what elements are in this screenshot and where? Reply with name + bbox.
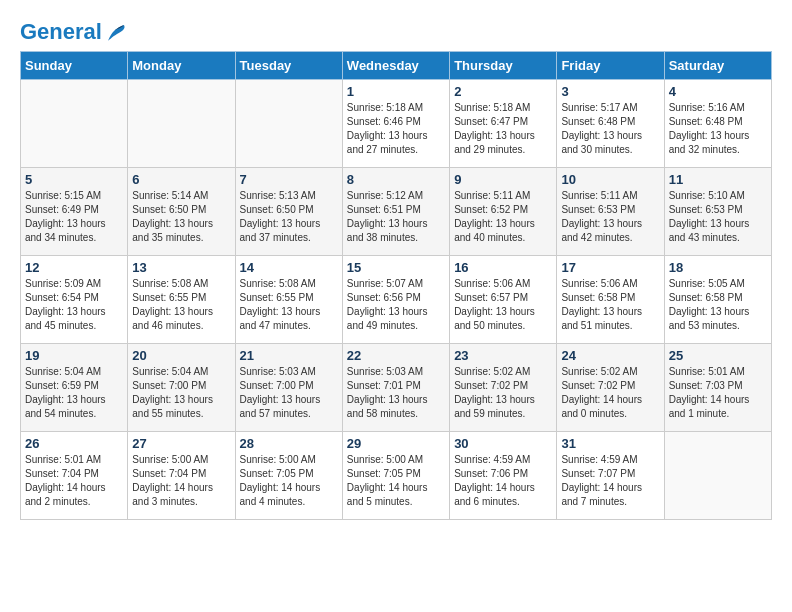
- calendar-cell: 22Sunrise: 5:03 AM Sunset: 7:01 PM Dayli…: [342, 344, 449, 432]
- calendar-cell: 16Sunrise: 5:06 AM Sunset: 6:57 PM Dayli…: [450, 256, 557, 344]
- day-number: 16: [454, 260, 552, 275]
- day-number: 17: [561, 260, 659, 275]
- day-info: Sunrise: 5:01 AM Sunset: 7:03 PM Dayligh…: [669, 365, 767, 421]
- day-number: 21: [240, 348, 338, 363]
- calendar-cell: 27Sunrise: 5:00 AM Sunset: 7:04 PM Dayli…: [128, 432, 235, 520]
- calendar-cell: 15Sunrise: 5:07 AM Sunset: 6:56 PM Dayli…: [342, 256, 449, 344]
- day-number: 30: [454, 436, 552, 451]
- day-number: 23: [454, 348, 552, 363]
- calendar-cell: [235, 80, 342, 168]
- weekday-header: Friday: [557, 52, 664, 80]
- day-info: Sunrise: 5:05 AM Sunset: 6:58 PM Dayligh…: [669, 277, 767, 333]
- day-info: Sunrise: 5:11 AM Sunset: 6:52 PM Dayligh…: [454, 189, 552, 245]
- calendar-cell: 31Sunrise: 4:59 AM Sunset: 7:07 PM Dayli…: [557, 432, 664, 520]
- calendar-cell: 30Sunrise: 4:59 AM Sunset: 7:06 PM Dayli…: [450, 432, 557, 520]
- day-number: 24: [561, 348, 659, 363]
- calendar-cell: [128, 80, 235, 168]
- logo-text: General: [20, 20, 128, 45]
- calendar-cell: 23Sunrise: 5:02 AM Sunset: 7:02 PM Dayli…: [450, 344, 557, 432]
- calendar-cell: 18Sunrise: 5:05 AM Sunset: 6:58 PM Dayli…: [664, 256, 771, 344]
- day-info: Sunrise: 5:16 AM Sunset: 6:48 PM Dayligh…: [669, 101, 767, 157]
- day-info: Sunrise: 5:06 AM Sunset: 6:58 PM Dayligh…: [561, 277, 659, 333]
- day-info: Sunrise: 5:09 AM Sunset: 6:54 PM Dayligh…: [25, 277, 123, 333]
- calendar-cell: 14Sunrise: 5:08 AM Sunset: 6:55 PM Dayli…: [235, 256, 342, 344]
- calendar-cell: 20Sunrise: 5:04 AM Sunset: 7:00 PM Dayli…: [128, 344, 235, 432]
- day-number: 11: [669, 172, 767, 187]
- day-number: 28: [240, 436, 338, 451]
- calendar-cell: 7Sunrise: 5:13 AM Sunset: 6:50 PM Daylig…: [235, 168, 342, 256]
- weekday-header: Monday: [128, 52, 235, 80]
- weekday-header: Sunday: [21, 52, 128, 80]
- day-info: Sunrise: 5:14 AM Sunset: 6:50 PM Dayligh…: [132, 189, 230, 245]
- day-number: 4: [669, 84, 767, 99]
- day-number: 2: [454, 84, 552, 99]
- day-number: 7: [240, 172, 338, 187]
- day-number: 5: [25, 172, 123, 187]
- calendar-cell: 1Sunrise: 5:18 AM Sunset: 6:46 PM Daylig…: [342, 80, 449, 168]
- day-info: Sunrise: 5:17 AM Sunset: 6:48 PM Dayligh…: [561, 101, 659, 157]
- calendar-cell: [664, 432, 771, 520]
- day-number: 13: [132, 260, 230, 275]
- calendar-cell: [21, 80, 128, 168]
- day-info: Sunrise: 5:03 AM Sunset: 7:01 PM Dayligh…: [347, 365, 445, 421]
- day-info: Sunrise: 5:10 AM Sunset: 6:53 PM Dayligh…: [669, 189, 767, 245]
- weekday-header: Thursday: [450, 52, 557, 80]
- day-info: Sunrise: 5:11 AM Sunset: 6:53 PM Dayligh…: [561, 189, 659, 245]
- day-number: 22: [347, 348, 445, 363]
- logo: General: [20, 20, 128, 41]
- day-info: Sunrise: 5:06 AM Sunset: 6:57 PM Dayligh…: [454, 277, 552, 333]
- calendar-cell: 9Sunrise: 5:11 AM Sunset: 6:52 PM Daylig…: [450, 168, 557, 256]
- calendar-cell: 25Sunrise: 5:01 AM Sunset: 7:03 PM Dayli…: [664, 344, 771, 432]
- day-info: Sunrise: 4:59 AM Sunset: 7:07 PM Dayligh…: [561, 453, 659, 509]
- calendar-cell: 28Sunrise: 5:00 AM Sunset: 7:05 PM Dayli…: [235, 432, 342, 520]
- calendar-cell: 26Sunrise: 5:01 AM Sunset: 7:04 PM Dayli…: [21, 432, 128, 520]
- day-info: Sunrise: 5:12 AM Sunset: 6:51 PM Dayligh…: [347, 189, 445, 245]
- logo-bird-icon: [104, 21, 128, 45]
- day-info: Sunrise: 5:08 AM Sunset: 6:55 PM Dayligh…: [240, 277, 338, 333]
- day-info: Sunrise: 5:07 AM Sunset: 6:56 PM Dayligh…: [347, 277, 445, 333]
- day-info: Sunrise: 5:02 AM Sunset: 7:02 PM Dayligh…: [561, 365, 659, 421]
- calendar-cell: 29Sunrise: 5:00 AM Sunset: 7:05 PM Dayli…: [342, 432, 449, 520]
- day-number: 15: [347, 260, 445, 275]
- calendar-cell: 4Sunrise: 5:16 AM Sunset: 6:48 PM Daylig…: [664, 80, 771, 168]
- calendar-cell: 21Sunrise: 5:03 AM Sunset: 7:00 PM Dayli…: [235, 344, 342, 432]
- day-number: 9: [454, 172, 552, 187]
- day-info: Sunrise: 5:04 AM Sunset: 6:59 PM Dayligh…: [25, 365, 123, 421]
- calendar-cell: 3Sunrise: 5:17 AM Sunset: 6:48 PM Daylig…: [557, 80, 664, 168]
- weekday-header: Tuesday: [235, 52, 342, 80]
- calendar-cell: 12Sunrise: 5:09 AM Sunset: 6:54 PM Dayli…: [21, 256, 128, 344]
- day-number: 3: [561, 84, 659, 99]
- day-number: 6: [132, 172, 230, 187]
- calendar-cell: 8Sunrise: 5:12 AM Sunset: 6:51 PM Daylig…: [342, 168, 449, 256]
- day-info: Sunrise: 5:15 AM Sunset: 6:49 PM Dayligh…: [25, 189, 123, 245]
- day-info: Sunrise: 5:00 AM Sunset: 7:05 PM Dayligh…: [347, 453, 445, 509]
- calendar-cell: 2Sunrise: 5:18 AM Sunset: 6:47 PM Daylig…: [450, 80, 557, 168]
- weekday-header: Wednesday: [342, 52, 449, 80]
- day-number: 31: [561, 436, 659, 451]
- day-number: 8: [347, 172, 445, 187]
- day-info: Sunrise: 5:18 AM Sunset: 6:47 PM Dayligh…: [454, 101, 552, 157]
- calendar-cell: 11Sunrise: 5:10 AM Sunset: 6:53 PM Dayli…: [664, 168, 771, 256]
- day-number: 19: [25, 348, 123, 363]
- calendar-cell: 13Sunrise: 5:08 AM Sunset: 6:55 PM Dayli…: [128, 256, 235, 344]
- page-header: General: [20, 20, 772, 41]
- calendar-cell: 6Sunrise: 5:14 AM Sunset: 6:50 PM Daylig…: [128, 168, 235, 256]
- day-info: Sunrise: 5:00 AM Sunset: 7:05 PM Dayligh…: [240, 453, 338, 509]
- calendar-cell: 24Sunrise: 5:02 AM Sunset: 7:02 PM Dayli…: [557, 344, 664, 432]
- day-number: 26: [25, 436, 123, 451]
- day-info: Sunrise: 5:01 AM Sunset: 7:04 PM Dayligh…: [25, 453, 123, 509]
- day-info: Sunrise: 5:04 AM Sunset: 7:00 PM Dayligh…: [132, 365, 230, 421]
- day-number: 20: [132, 348, 230, 363]
- day-number: 14: [240, 260, 338, 275]
- day-number: 27: [132, 436, 230, 451]
- day-info: Sunrise: 4:59 AM Sunset: 7:06 PM Dayligh…: [454, 453, 552, 509]
- calendar-cell: 17Sunrise: 5:06 AM Sunset: 6:58 PM Dayli…: [557, 256, 664, 344]
- day-number: 10: [561, 172, 659, 187]
- day-info: Sunrise: 5:13 AM Sunset: 6:50 PM Dayligh…: [240, 189, 338, 245]
- calendar-cell: 19Sunrise: 5:04 AM Sunset: 6:59 PM Dayli…: [21, 344, 128, 432]
- day-number: 12: [25, 260, 123, 275]
- day-number: 25: [669, 348, 767, 363]
- day-number: 18: [669, 260, 767, 275]
- day-number: 1: [347, 84, 445, 99]
- weekday-header: Saturday: [664, 52, 771, 80]
